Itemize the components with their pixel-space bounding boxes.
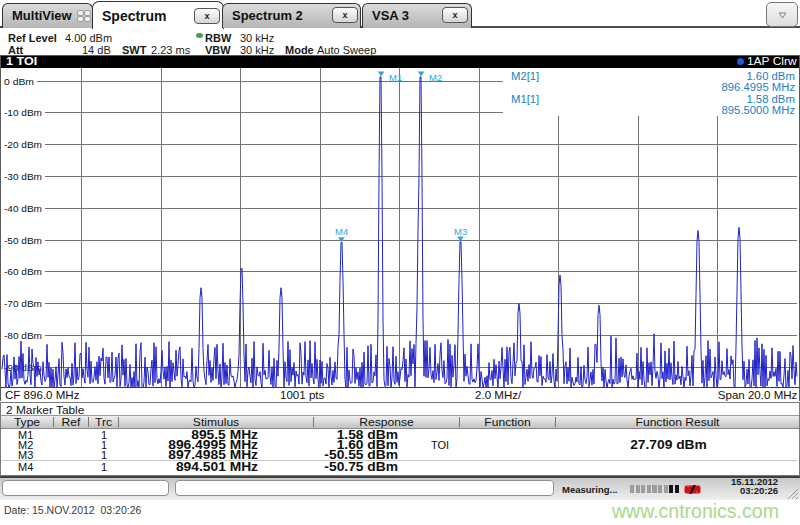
svg-text:M3: M3 (454, 226, 467, 237)
svg-text:-20 dBm: -20 dBm (4, 139, 42, 150)
svg-text:-70 dBm: -70 dBm (4, 298, 42, 309)
svg-text:-10 dBm: -10 dBm (4, 107, 42, 118)
svg-text:-50 dBm: -50 dBm (4, 235, 42, 246)
svg-text:-80 dBm: -80 dBm (4, 330, 42, 341)
svg-text:-30 dBm: -30 dBm (4, 171, 42, 182)
svg-text:M4: M4 (335, 226, 348, 237)
svg-text:M2: M2 (429, 72, 442, 83)
svg-text:0 dBm: 0 dBm (4, 76, 34, 87)
svg-text:-40 dBm: -40 dBm (4, 203, 42, 214)
svg-text:M1: M1 (389, 72, 402, 83)
svg-text:-60 dBm: -60 dBm (4, 266, 42, 277)
